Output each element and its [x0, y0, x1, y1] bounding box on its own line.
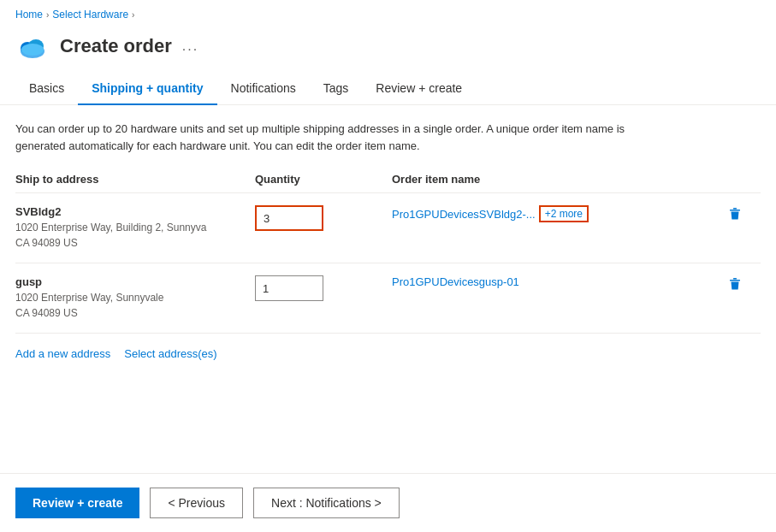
col-actions — [726, 173, 761, 186]
select-addresses-link[interactable]: Select address(es) — [124, 347, 216, 360]
more-options-button[interactable]: ... — [182, 38, 198, 54]
table-row: gusp 1020 Enterprise Way, Sunnyvale CA 9… — [15, 263, 761, 334]
address-line2-1: CA 94089 US — [15, 235, 255, 251]
shipping-table: Ship to address Quantity Order item name… — [15, 173, 761, 334]
order-item-link-1[interactable]: Pro1GPUDevicesSVBldg2-... — [392, 208, 536, 221]
order-items-cell-1: Pro1GPUDevicesSVBldg2-... +2 more — [392, 205, 726, 222]
address-line1-2: 1020 Enterprise Way, Sunnyvale — [15, 290, 255, 305]
delete-icon-1 — [728, 207, 742, 221]
quantity-input-2[interactable] — [255, 275, 323, 301]
address-line2-2: CA 94089 US — [15, 305, 255, 321]
svg-point-3 — [21, 44, 44, 56]
quantity-cell-1[interactable] — [255, 205, 392, 231]
col-ship-to: Ship to address — [15, 173, 255, 186]
main-content: You can order up to 20 hardware units an… — [0, 105, 776, 405]
col-quantity: Quantity — [255, 173, 392, 186]
delete-button-1[interactable] — [726, 205, 743, 222]
more-badge-1[interactable]: +2 more — [539, 205, 589, 222]
add-new-address-link[interactable]: Add a new address — [15, 347, 110, 360]
tabs-container: Basics Shipping + quantity Notifications… — [0, 72, 776, 105]
review-create-button[interactable]: Review + create — [15, 488, 139, 518]
svg-rect-7 — [730, 280, 740, 281]
tab-tags[interactable]: Tags — [310, 73, 363, 105]
next-notifications-button[interactable]: Next : Notifications > — [253, 488, 400, 518]
breadcrumb: Home › Select Hardware › — [0, 0, 776, 26]
order-items-cell-2: Pro1GPUDevicesgusp-01 — [392, 275, 726, 288]
tab-shipping[interactable]: Shipping + quantity — [78, 73, 216, 105]
previous-button[interactable]: < Previous — [150, 488, 243, 518]
address-cell-1: SVBldg2 1020 Enterprise Way, Building 2,… — [15, 205, 255, 251]
page-header: Create order ... — [0, 26, 776, 72]
actions-cell-1 — [726, 205, 761, 222]
breadcrumb-home[interactable]: Home — [15, 9, 43, 21]
delete-icon-2 — [728, 277, 742, 291]
svg-rect-5 — [730, 210, 740, 211]
actions-cell-2 — [726, 275, 761, 293]
table-header: Ship to address Quantity Order item name — [15, 173, 761, 193]
breadcrumb-chevron-1: › — [46, 10, 49, 20]
breadcrumb-select-hardware[interactable]: Select Hardware — [52, 9, 128, 21]
order-item-link-2[interactable]: Pro1GPUDevicesgusp-01 — [392, 275, 519, 288]
add-links-container: Add a new address Select address(es) — [15, 347, 761, 394]
quantity-input-1[interactable] — [255, 205, 323, 231]
address-name-2: gusp — [15, 275, 255, 288]
page-title: Create order — [60, 35, 172, 57]
quantity-cell-2[interactable] — [255, 275, 392, 301]
footer: Review + create < Previous Next : Notifi… — [0, 473, 776, 532]
address-name-1: SVBldg2 — [15, 205, 255, 218]
tab-notifications[interactable]: Notifications — [217, 73, 310, 105]
svg-rect-4 — [733, 208, 737, 210]
delete-button-2[interactable] — [726, 275, 743, 293]
tab-basics[interactable]: Basics — [15, 73, 78, 105]
svg-rect-6 — [733, 278, 737, 280]
table-row: SVBldg2 1020 Enterprise Way, Building 2,… — [15, 193, 761, 263]
cloud-icon — [15, 29, 50, 63]
description-text: You can order up to 20 hardware units an… — [15, 121, 657, 154]
tab-review-create[interactable]: Review + create — [362, 73, 476, 105]
col-order-item: Order item name — [392, 173, 726, 186]
address-cell-2: gusp 1020 Enterprise Way, Sunnyvale CA 9… — [15, 275, 255, 321]
address-line1-1: 1020 Enterprise Way, Building 2, Sunnyva — [15, 220, 255, 235]
breadcrumb-chevron-2: › — [132, 10, 134, 20]
